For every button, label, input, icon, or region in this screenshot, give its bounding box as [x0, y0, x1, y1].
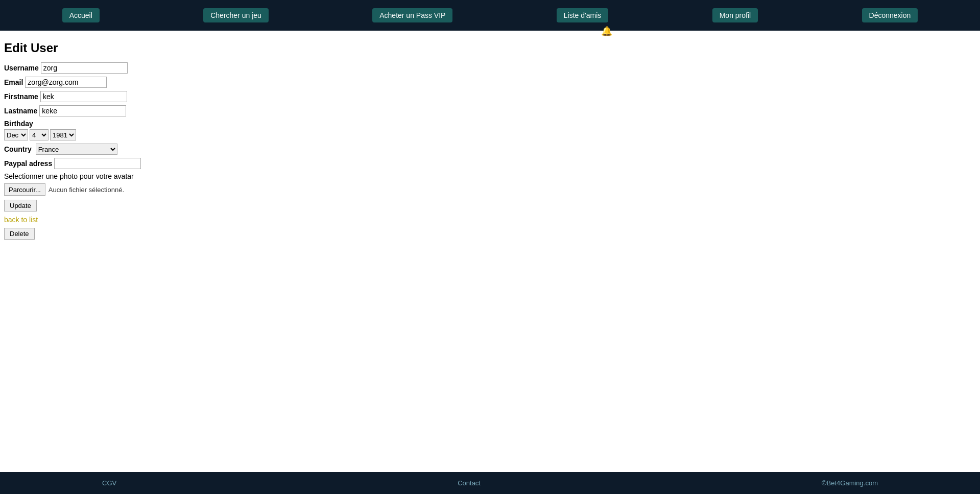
delete-button[interactable]: Delete [4, 228, 35, 240]
paypal-input[interactable] [54, 158, 141, 169]
birthday-month-select[interactable]: Jan Feb Mar Apr May Jun Jul Aug Sep Oct … [4, 129, 28, 140]
nav-liste-amis[interactable]: Liste d'amis [557, 8, 608, 22]
paypal-row: Paypal adress [4, 158, 976, 169]
back-to-list-link[interactable]: back to list [4, 216, 976, 224]
firstname-row: Firstname [4, 91, 976, 102]
nav-liste-amis-wrapper: Liste d'amis 🔔 [557, 11, 608, 19]
paypal-label: Paypal adress [4, 159, 52, 168]
birthday-label: Birthday [4, 120, 976, 128]
firstname-label: Firstname [4, 92, 38, 101]
footer: CGV Contact ©Bet4Gaming.com [0, 472, 980, 494]
main-content: Edit User Username Email Firstname Lastn… [0, 31, 980, 472]
username-row: Username [4, 62, 976, 74]
notification-bell-icon: 🔔 [601, 26, 612, 37]
update-button[interactable]: Update [4, 200, 37, 211]
username-label: Username [4, 64, 39, 72]
country-select[interactable]: France Germany Spain Italy United Kingdo… [36, 144, 117, 155]
nav-accueil[interactable]: Accueil [62, 8, 100, 22]
birthday-selects: Jan Feb Mar Apr May Jun Jul Aug Sep Oct … [4, 129, 976, 140]
country-label: Country [4, 145, 32, 153]
footer-cgv-link[interactable]: CGV [102, 479, 116, 487]
nav-pass-vip[interactable]: Acheter un Pass VIP [372, 8, 452, 22]
email-label: Email [4, 78, 23, 86]
username-input[interactable] [41, 62, 128, 74]
page-title: Edit User [4, 41, 976, 55]
birthday-day-select[interactable]: 1 2 3 4 5 6 7 8 9 10 11 12 13 14 15 16 1… [30, 129, 49, 140]
lastname-label: Lastname [4, 107, 37, 115]
nav-mon-profil[interactable]: Mon profil [712, 8, 758, 22]
browse-button[interactable]: Parcourir... [4, 183, 45, 196]
country-row: Country France Germany Spain Italy Unite… [4, 144, 976, 155]
footer-copyright: ©Bet4Gaming.com [822, 479, 878, 487]
no-file-text: Aucun fichier sélectionné. [49, 186, 124, 194]
firstname-input[interactable] [40, 91, 127, 102]
lastname-row: Lastname [4, 105, 976, 116]
lastname-input[interactable] [39, 105, 126, 116]
nav-deconnexion[interactable]: Déconnexion [862, 8, 918, 22]
email-row: Email [4, 77, 976, 88]
email-input[interactable] [25, 77, 107, 88]
footer-contact-link[interactable]: Contact [458, 479, 481, 487]
birthday-year-select[interactable]: 1975 1976 1977 1978 1979 1980 1981 1982 … [50, 129, 76, 140]
avatar-label: Selectionner une photo pour votre avatar [4, 172, 976, 180]
navbar: Accueil Chercher un jeu Acheter un Pass … [0, 0, 980, 31]
file-row: Parcourir... Aucun fichier sélectionné. [4, 183, 976, 196]
nav-chercher-jeu[interactable]: Chercher un jeu [203, 8, 269, 22]
